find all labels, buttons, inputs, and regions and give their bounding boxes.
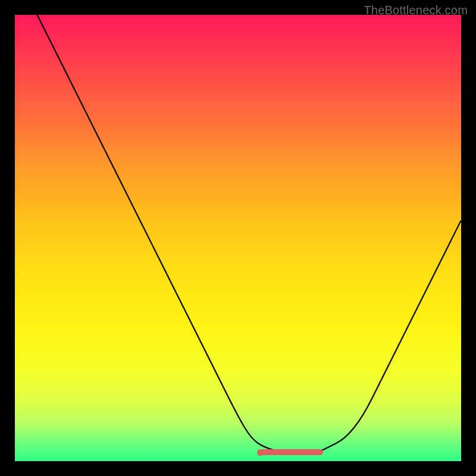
watermark-text: TheBottleneck.com [364, 4, 468, 17]
bottleneck-curve [37, 15, 462, 452]
optimal-range-bar [261, 449, 323, 455]
curve-svg [15, 15, 461, 461]
plot-area [15, 15, 461, 461]
